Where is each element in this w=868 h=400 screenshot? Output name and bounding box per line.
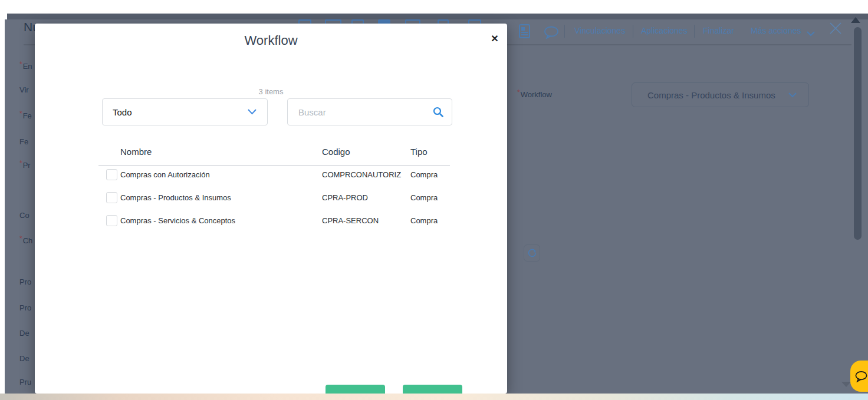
close-icon[interactable] <box>828 21 843 38</box>
form-left-labels: En Vir Fe Fe Pr Co Ch Pro Pro De De Pru <box>19 0 35 394</box>
table-row[interactable]: Compras - Productos & Insumos CPRA-PROD … <box>35 191 507 207</box>
more-actions-label: Más acciones <box>751 26 801 35</box>
items-count: 3 items <box>35 87 507 96</box>
more-actions-menu[interactable]: Más acciones <box>751 26 801 35</box>
chevron-down-icon <box>788 92 797 98</box>
toolbar-icon-fragment <box>325 19 341 24</box>
column-header-codigo[interactable]: Codigo <box>322 147 350 157</box>
cell-codigo: CPRA-SERCON <box>322 216 379 225</box>
scroll-up-icon[interactable] <box>851 17 860 23</box>
workflow-select-value: Compras - Productos & Insumos <box>647 90 775 100</box>
cell-tipo: Compra <box>410 216 438 225</box>
form-label: De <box>19 329 29 338</box>
chevron-down-icon <box>248 109 257 115</box>
form-label: Pr <box>19 161 31 170</box>
cell-tipo: Compra <box>410 170 438 179</box>
form-label: Pro <box>19 303 31 312</box>
row-checkbox[interactable] <box>106 169 117 180</box>
table-header-divider <box>98 165 450 166</box>
form-label: Vir <box>19 85 29 94</box>
modal-close-button[interactable]: ✕ <box>488 32 502 46</box>
table-row[interactable]: Compras - Servicios & Conceptos CPRA-SER… <box>35 214 507 230</box>
form-label: Fe <box>19 137 28 146</box>
toolbar-icon-fragment <box>351 19 364 24</box>
column-header-nombre[interactable]: Nombre <box>120 147 152 157</box>
cell-nombre: Compras - Servicios & Conceptos <box>120 216 235 225</box>
cell-codigo: COMPRCONAUTORIZ <box>322 170 401 179</box>
modal-title: Workflow <box>35 33 507 48</box>
workflow-field-label: Workflow <box>517 90 552 99</box>
chat-bubble-icon <box>854 371 868 382</box>
workflow-modal: Workflow ✕ 3 items Todo Nombre Codigo Ti… <box>35 24 507 394</box>
toolbar-separator <box>694 25 695 38</box>
comment-icon[interactable] <box>544 26 559 41</box>
clipped-toolbar-icons <box>295 19 489 24</box>
toolbar-icon-fragment <box>378 19 390 24</box>
table-row[interactable]: Compras con Autorización COMPRCONAUTORIZ… <box>35 168 507 184</box>
toolbar-icon-fragment <box>298 19 311 24</box>
form-label: De <box>19 354 29 363</box>
workflow-select[interactable]: Compras - Productos & Insumos <box>632 82 809 107</box>
toolbar-separator <box>633 25 633 38</box>
link-vinculaciones[interactable]: Vinculaciones <box>574 26 625 35</box>
column-header-tipo[interactable]: Tipo <box>410 147 428 157</box>
scrollbar-thumb[interactable] <box>854 27 862 240</box>
chat-widget-button[interactable] <box>850 361 868 392</box>
scroll-down-icon[interactable] <box>841 382 851 387</box>
row-checkbox[interactable] <box>106 215 117 226</box>
filter-dropdown[interactable]: Todo <box>102 98 268 125</box>
form-label: Pro <box>19 277 31 286</box>
toolbar-icon-fragment <box>405 19 420 24</box>
modal-primary-button[interactable] <box>326 385 385 394</box>
toolbar-separator <box>564 25 565 38</box>
search-input[interactable] <box>297 107 433 118</box>
form-label: Fe <box>19 111 32 120</box>
link-aplicaciones[interactable]: Aplicaciones <box>641 26 688 35</box>
link-finalizar[interactable]: Finalizar <box>703 26 734 35</box>
toolbar-icon-fragment <box>468 19 481 24</box>
refresh-button[interactable] <box>524 244 540 262</box>
modal-secondary-button[interactable] <box>403 385 462 394</box>
search-field[interactable] <box>287 98 452 125</box>
row-checkbox[interactable] <box>106 192 117 203</box>
screen: Nu Vinculaciones Aplicaciones Finalizar … <box>0 0 868 400</box>
cell-nombre: Compras - Productos & Insumos <box>120 193 231 202</box>
window-top-bar <box>7 14 868 19</box>
refresh-icon <box>527 248 537 258</box>
document-icon[interactable] <box>519 24 530 41</box>
cell-codigo: CPRA-PROD <box>322 193 368 202</box>
cell-tipo: Compra <box>410 193 438 202</box>
chevron-down-icon[interactable] <box>807 28 815 39</box>
search-icon[interactable] <box>433 107 443 117</box>
form-label: En <box>19 62 32 71</box>
form-label: Ch <box>19 236 32 245</box>
form-label: Co <box>19 211 29 220</box>
desktop-wallpaper-strip <box>0 394 868 400</box>
form-label: Pru <box>19 378 31 386</box>
filter-value: Todo <box>113 107 248 117</box>
toolbar-icon-fragment <box>438 19 449 24</box>
cell-nombre: Compras con Autorización <box>120 170 210 179</box>
